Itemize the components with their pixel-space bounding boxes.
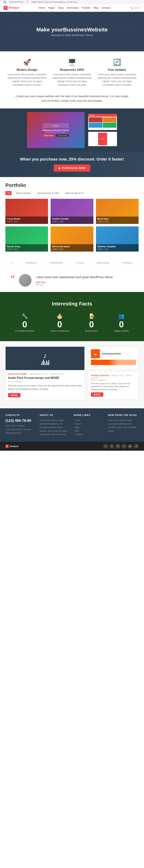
feature-modern-design: 🚀 Modern Design Lorem ipsum dolor sit am…	[7, 59, 47, 87]
address: 9 Main Street, Suite 620, Buckingstone, …	[31, 1, 77, 3]
nav-blog[interactable]: Blog	[94, 6, 98, 9]
filter-webdesign[interactable]: Web Design & UI	[64, 191, 85, 195]
blog-post-header: ♪	[6, 347, 85, 370]
footer-link-contacts[interactable]: Contacts	[74, 433, 104, 436]
nav-portfolio[interactable]: Portfolio	[82, 6, 90, 9]
footer-link-blog[interactable]: Blog	[74, 426, 104, 429]
portfolio-item-3[interactable]: Wood Deer JUNE 5, 2013	[96, 199, 139, 224]
blog-main: ♪ AUDIO POST FORMAT SEPTEMBER 18, 2	[5, 346, 85, 403]
portfolio-item-6[interactable]: Glammy Template JUNE 5, 2013	[96, 226, 139, 252]
footer-link-service[interactable]: Service	[74, 422, 104, 426]
location-icon: 📍	[26, 1, 29, 3]
purchase-now-button[interactable]: ▶ PURCHASE NOW	[54, 164, 91, 172]
brand-icon: P	[4, 6, 7, 10]
search-label: Search	[134, 7, 140, 9]
footer-blog-text: Lorem ipsum dolor sit amet consectetur a…	[108, 418, 139, 433]
nav-pages[interactable]: Pages	[48, 6, 55, 9]
footer: CONTACTS (123) 456-78-90 Sed in nunc nec…	[0, 408, 144, 442]
hero-section: Make yourBussinesWebsite Business & Clea…	[0, 12, 144, 51]
fact-number-3: 0	[85, 320, 98, 329]
blog-section: ♪ AUDIO POST FORMAT SEPTEMBER 18, 2	[0, 341, 144, 408]
footer-brand-icon: P	[5, 444, 9, 448]
brand-5: ◎DoubleE	[97, 261, 110, 264]
nav-contacts[interactable]: Contacts	[101, 6, 111, 9]
testimonial-avatar	[19, 274, 31, 286]
portfolio-date-5: JUNE 5, 2013	[52, 248, 63, 250]
social-linkedin[interactable]: in	[110, 444, 114, 448]
footer-link-faq[interactable]: FAQ	[74, 429, 104, 433]
footer-blog: NEW FROM THE BLOG Lorem ipsum dolor sit …	[108, 414, 139, 436]
social-youtube[interactable]: ▶	[128, 444, 133, 448]
brand-2: RedHard	[26, 261, 37, 264]
blog-sidebar: ☁ Soundcloud Post Soundcloud Post APRIL …	[88, 346, 139, 403]
nav-home[interactable]: Home	[39, 6, 45, 9]
sidebar-more-button[interactable]: MORE	[91, 392, 103, 397]
fact-label-2: Years in Business	[50, 330, 69, 332]
portfolio-item-2[interactable]: Fashion booklet JUNE 5, 2013	[51, 199, 93, 224]
feature-responsive: 🖥️ Responsive 100% Lorem ipsum dolor sit…	[52, 59, 92, 87]
fact-label-1: Complete projects	[15, 330, 34, 332]
feature-text-1: Lorem ipsum dolor sit amet, consectetur …	[7, 73, 47, 87]
demo-tablet: Portfolio	[88, 114, 117, 130]
portfolio-item-5[interactable]: Girl on the beach JUNE 5, 2013	[51, 226, 93, 252]
nav-shortcodes[interactable]: Shortcodes	[67, 6, 78, 9]
fact-projects: 🔧 0 Complete projects	[15, 313, 34, 332]
social-google-plus[interactable]: G+	[116, 444, 120, 448]
fact-beers: 🍺 0 Drunk beers	[85, 313, 98, 332]
portfolio-overlay-4: Earotic Shop JUNE 5, 2013	[5, 244, 48, 252]
social-email[interactable]: ✉	[134, 444, 139, 448]
avatar-image	[19, 274, 31, 286]
brand-1: ●	[12, 261, 13, 264]
portfolio-title-3: Wood Deer	[97, 218, 137, 220]
brand-6: ToPMan	[122, 261, 132, 264]
testimonial-quote: I have never ever experienced such great…	[36, 275, 133, 280]
testimonial-author: Jack Key	[36, 281, 133, 283]
portfolio-title-2: Fashion booklet	[52, 218, 92, 220]
social-facebook[interactable]: f	[103, 444, 108, 448]
portfolio-date-1: JUNE 5, 2013	[7, 221, 18, 223]
portfolio-item-1[interactable]: Cocao Brand JUNE 5, 2013	[5, 199, 48, 224]
footer-email: info@perfecti.com	[5, 431, 36, 435]
facts-section: Interesting Facts 🔧 0 Complete projects …	[0, 292, 144, 341]
cta-text: When you purchase now, 25% discount. Ord…	[7, 157, 137, 162]
demo-main-title: Wellcome to Perfecti Theme	[43, 129, 69, 131]
footer-links: MORE LINKS Home Service Blog FAQ Contact…	[74, 414, 104, 436]
footer-link-home[interactable]: Home	[74, 418, 104, 422]
sidebar-likes: ❤ 16 | COMMENT	[91, 379, 106, 381]
rocket-icon: 🚀	[7, 59, 47, 66]
refresh-icon: 🔄	[97, 59, 137, 66]
filter-brand[interactable]: Brand Identity	[15, 191, 32, 195]
fact-label-3: Drunk beers	[85, 330, 98, 332]
filter-all[interactable]: All	[5, 191, 11, 195]
sidebar-post-excerpt: Over the course of my career, I have had…	[91, 382, 136, 391]
feature-title-1: Modern Design	[7, 68, 47, 71]
wrench-icon: 🔧	[15, 313, 34, 319]
brand-logo[interactable]: P Perfecti	[4, 6, 19, 10]
social-twitter[interactable]: t	[122, 444, 126, 448]
feature-title-3: Free Updates	[97, 68, 137, 71]
brand-name: Perfecti	[9, 6, 19, 9]
demo-portfolio-grid	[88, 117, 117, 128]
search-icon: 🔍	[130, 7, 133, 9]
filter-cms[interactable]: Development & CMS	[35, 191, 61, 195]
footer-brand: P Perfecti	[5, 444, 18, 448]
demo-grid-1	[89, 117, 102, 122]
footer-brand-name: Perfecti	[10, 445, 18, 447]
audio-post-visual: ♪	[41, 351, 49, 365]
portfolio-item-4[interactable]: Earotic Shop JUNE 5, 2013	[5, 226, 48, 252]
portfolio-title-5: Girl on the beach	[52, 245, 92, 248]
testimonial-section: " I have never ever experienced such gre…	[0, 269, 144, 292]
demo-phone: Perfecti	[88, 132, 117, 146]
nav-search[interactable]: 🔍 Search	[130, 7, 140, 9]
demo-btn-1: Modern Design	[43, 134, 54, 137]
brand-3: FURIZONE	[50, 261, 63, 264]
demo-side-screens: Portfolio Perfecti	[88, 114, 117, 146]
blog-more-button[interactable]: MORE	[8, 393, 21, 397]
soundcloud-info: Soundcloud Post	[102, 352, 121, 355]
blog-likes: ❤ 16 | COMMENT	[8, 381, 23, 383]
portfolio-date-6: JUNE 5, 2013	[97, 248, 109, 250]
nav-shop[interactable]: Shop	[58, 6, 63, 9]
soundcloud-waveform	[91, 360, 136, 365]
quote-icon: "	[11, 274, 15, 285]
blog-post-excerpt: Over the course of my career, I have had…	[8, 384, 82, 391]
